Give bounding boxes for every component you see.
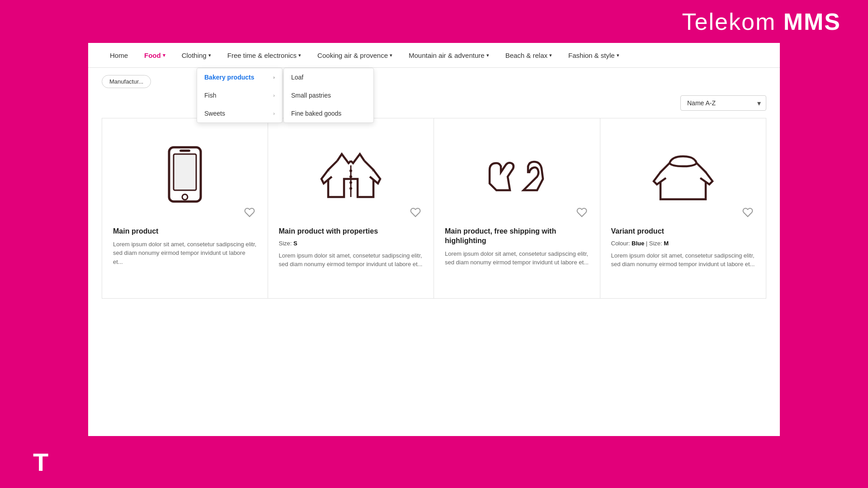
beach-chevron-icon: ▾ (549, 52, 552, 58)
product-desc-1: Lorem ipsum dolor sit amet, consetetur s… (113, 240, 257, 267)
mittens-icon (481, 138, 553, 211)
svg-point-6 (349, 175, 352, 178)
product-image-sweater (611, 129, 755, 220)
product-image-jacket (279, 129, 423, 220)
product-desc-3: Lorem ipsum dolor sit amet, consetetur s… (445, 249, 589, 267)
mountain-chevron-icon: ▾ (486, 52, 489, 58)
nav-fashion[interactable]: Fashion & style ▾ (560, 43, 627, 68)
product-card-free-shipping: Main product, free shipping with highlig… (434, 118, 600, 299)
sweets-arrow-icon: › (273, 111, 275, 116)
logo: Telekom MMS (682, 8, 841, 35)
wishlist-icon-2[interactable] (410, 207, 423, 220)
main-container: Home Food ▾ Clothing ▾ Free time & elect… (88, 43, 780, 436)
footer: T (0, 434, 88, 488)
product-title-3: Main product, free shipping with highlig… (445, 227, 589, 246)
filter-bar: Manufactur... (88, 68, 780, 95)
navbar: Home Food ▾ Clothing ▾ Free time & elect… (88, 43, 780, 68)
dropdown-fine-baked[interactable]: Fine baked goods (284, 104, 373, 122)
dropdown-loaf[interactable]: Loaf (284, 68, 373, 86)
toolbar: Name A-Z Name Z-A Price ascending Price … (88, 95, 780, 118)
svg-rect-3 (179, 150, 190, 152)
sort-select[interactable]: Name A-Z Name Z-A Price ascending Price … (680, 95, 766, 111)
product-card-variant: Variant product Colour: Blue | Size: M L… (600, 118, 767, 299)
product-desc-2: Lorem ipsum dolor sit amet, consetetur s… (279, 251, 423, 269)
dropdown-small-pastries[interactable]: Small pastries (284, 86, 373, 104)
product-title-1: Main product (113, 227, 257, 236)
nav-cooking[interactable]: Cooking air & provence ▾ (309, 43, 401, 68)
food-dropdown: Bakery products › Fish › Sweets › Loaf S… (197, 68, 374, 123)
wishlist-icon-3[interactable] (576, 207, 589, 220)
phone-icon (149, 138, 221, 211)
product-image-mittens (445, 129, 589, 220)
dropdown-bakery[interactable]: Bakery products › (197, 68, 282, 86)
wishlist-icon-1[interactable] (244, 207, 257, 220)
food-dropdown-secondary: Loaf Small pastries Fine baked goods (283, 68, 374, 123)
nav-free-time[interactable]: Free time & electronics ▾ (219, 43, 309, 68)
nav-food[interactable]: Food ▾ (136, 43, 174, 68)
nav-mountain[interactable]: Mountain air & adventure ▾ (401, 43, 497, 68)
sort-wrapper: Name A-Z Name Z-A Price ascending Price … (680, 95, 766, 111)
clothing-chevron-icon: ▾ (208, 52, 211, 58)
dropdown-fish[interactable]: Fish › (197, 86, 282, 104)
product-card-main: Main product Lorem ipsum dolor sit amet,… (102, 118, 268, 299)
sweater-icon (647, 138, 719, 211)
product-meta-2: Size: S (279, 240, 423, 247)
svg-point-7 (349, 181, 352, 184)
dropdown-sweets[interactable]: Sweets › (197, 104, 282, 122)
product-card-properties: Main product with properties Size: S Lor… (268, 118, 434, 299)
free-time-chevron-icon: ▾ (298, 52, 301, 58)
header: Telekom MMS (0, 0, 868, 43)
product-title-2: Main product with properties (279, 227, 423, 236)
jacket-icon (315, 138, 387, 211)
product-title-4: Variant product (611, 227, 755, 236)
svg-point-5 (349, 169, 352, 172)
telekom-t-logo: T (31, 447, 58, 474)
product-meta-4: Colour: Blue | Size: M (611, 240, 755, 247)
nav-home[interactable]: Home (102, 43, 136, 68)
food-dropdown-primary: Bakery products › Fish › Sweets › (197, 68, 283, 123)
manufacturer-filter-button[interactable]: Manufactur... (102, 75, 151, 88)
food-chevron-icon: ▾ (163, 52, 165, 58)
svg-text:T: T (33, 448, 48, 474)
bakery-arrow-icon: › (273, 75, 275, 80)
svg-rect-1 (174, 154, 196, 190)
svg-point-8 (349, 187, 352, 190)
fashion-chevron-icon: ▾ (617, 52, 619, 58)
product-desc-4: Lorem ipsum dolor sit amet, consetetur s… (611, 251, 755, 269)
products-grid: Main product Lorem ipsum dolor sit amet,… (88, 118, 780, 299)
cooking-chevron-icon: ▾ (390, 52, 392, 58)
nav-clothing[interactable]: Clothing ▾ (174, 43, 219, 68)
fish-arrow-icon: › (273, 93, 275, 98)
product-image-main (113, 129, 257, 220)
wishlist-icon-4[interactable] (742, 207, 755, 220)
nav-beach[interactable]: Beach & relax ▾ (497, 43, 560, 68)
